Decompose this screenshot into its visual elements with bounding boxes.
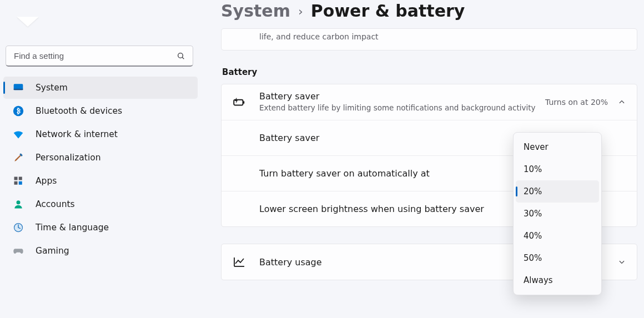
sidebar-item-label: Apps [36,176,57,186]
search-icon [177,52,185,60]
dropdown-option-40[interactable]: 40% [516,225,599,247]
svg-point-10 [17,200,21,204]
sidebar-item-personalization[interactable]: Personalization [3,147,198,169]
breadcrumb-parent[interactable]: System [221,1,290,21]
svg-marker-0 [17,17,39,27]
account-chevron-icon [17,17,39,29]
sidebar-item-network[interactable]: Network & internet [3,123,198,145]
sidebar-item-gaming[interactable]: Gaming [3,240,198,262]
sidebar-item-apps[interactable]: Apps [3,170,198,192]
sidebar-item-system[interactable]: System [3,77,198,99]
sidebar-item-label: Bluetooth & devices [36,106,122,116]
dropdown-option-never[interactable]: Never [516,136,599,158]
chevron-up-icon [618,98,626,106]
battery-saver-title: Battery saver [259,91,545,102]
dropdown-option-30[interactable]: 30% [516,203,599,225]
apps-icon [12,175,24,187]
display-icon [12,82,24,94]
svg-line-2 [182,57,184,59]
sidebar-item-label: Personalization [36,153,101,163]
section-battery-label: Battery [222,67,637,77]
energy-tip-fragment: life, and reduce carbon impact [221,28,637,51]
clock-globe-icon [12,221,24,234]
sidebar-item-accounts[interactable]: Accounts [3,193,198,215]
svg-rect-6 [14,177,18,180]
svg-rect-13 [243,101,244,103]
svg-rect-7 [19,177,22,180]
chevron-right-icon: › [298,4,303,18]
battery-saver-subtitle: Extend battery life by limiting some not… [259,103,545,113]
person-icon [12,198,24,210]
breadcrumb: System › Power & battery [221,1,637,21]
sidebar-item-time-language[interactable]: Time & language [3,216,198,239]
sidebar-item-bluetooth[interactable]: Bluetooth & devices [3,100,198,122]
breadcrumb-current: Power & battery [311,1,465,21]
wifi-icon [12,128,24,140]
bluetooth-icon [12,105,24,117]
gamepad-icon [12,245,24,257]
svg-point-1 [178,53,183,58]
battery-saver-status: Turns on at 20% [545,98,608,107]
battery-saver-header-row[interactable]: Battery saver Extend battery life by lim… [222,84,637,120]
paintbrush-icon [12,152,24,164]
sidebar-item-label: Time & language [36,223,109,233]
dropdown-option-always[interactable]: Always [516,269,599,291]
dropdown-option-20[interactable]: 20% [516,180,599,203]
battery-saver-icon [232,94,247,110]
dropdown-option-10[interactable]: 10% [516,158,599,180]
chart-line-icon [232,254,247,270]
search-input[interactable] [6,46,193,67]
sidebar: System Bluetooth & devices Network & int… [0,0,201,318]
svg-rect-9 [19,181,22,185]
sidebar-item-label: System [36,83,68,93]
chevron-down-icon [618,258,626,266]
dropdown-option-50[interactable]: 50% [516,247,599,269]
sidebar-item-label: Network & internet [36,129,118,139]
sidebar-item-label: Gaming [36,246,69,256]
svg-rect-8 [14,181,18,185]
auto-threshold-dropdown: Never 10% 20% 30% 40% 50% Always [513,132,602,295]
svg-rect-4 [14,89,23,90]
search-container [6,46,193,67]
main-content: System › Power & battery life, and reduc… [201,0,644,318]
sidebar-item-label: Accounts [36,199,75,209]
svg-point-5 [13,106,23,116]
sidebar-nav: System Bluetooth & devices Network & int… [3,77,198,262]
